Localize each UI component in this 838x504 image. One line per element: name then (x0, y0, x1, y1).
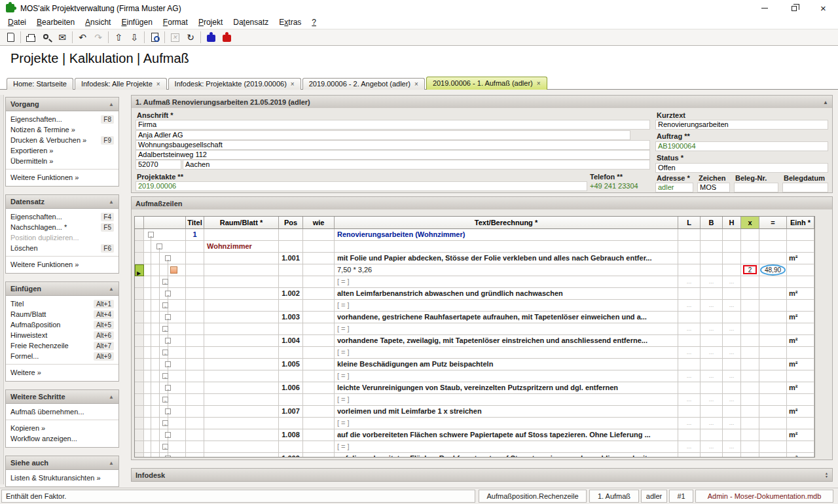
cell-wie[interactable] (303, 288, 335, 300)
cell-raum[interactable] (204, 229, 279, 241)
cell-einh[interactable]: m² (787, 288, 814, 300)
cell-b[interactable]: ... (701, 276, 723, 288)
tab[interactable]: 2019.00006 - 2. Angebot (adler)× (302, 78, 425, 90)
projektakte-field[interactable]: 2019.00006 (136, 181, 587, 191)
cell-l[interactable] (678, 288, 701, 300)
cell-titel[interactable] (186, 253, 204, 264)
tree-cell[interactable] (144, 229, 186, 241)
cell-einh[interactable] (787, 264, 814, 276)
tree-toggle-icon[interactable] (165, 361, 171, 367)
sidebar-item[interactable]: Weitere Funktionen » (6, 172, 118, 183)
sidebar-item[interactable]: Listen & Strukturansichten » (6, 473, 118, 483)
cell-titel[interactable] (186, 406, 204, 418)
cell-pos[interactable]: 1.005 (279, 359, 303, 370)
col-einh[interactable]: Einh * (787, 217, 814, 229)
cell-wie[interactable] (303, 359, 335, 370)
cell-b[interactable] (701, 453, 723, 458)
cell-pos[interactable] (279, 229, 303, 241)
cell-titel[interactable] (186, 312, 204, 323)
adresse-field[interactable]: adler (655, 183, 693, 192)
cell-x[interactable] (741, 370, 759, 382)
collapse-icon[interactable]: ▲ (109, 195, 114, 208)
cell-h[interactable] (723, 335, 741, 347)
cell-titel[interactable] (186, 441, 204, 453)
cell-wie[interactable] (303, 229, 335, 241)
cell-x[interactable] (741, 323, 759, 335)
tree-toggle-icon[interactable] (162, 302, 168, 308)
anschrift-line3-field[interactable]: Wohnungsbaugesellschaft (136, 140, 650, 150)
cell-pos[interactable] (279, 276, 303, 288)
col-titel[interactable]: Titel (186, 217, 204, 229)
menu-item[interactable]: Einfügen (116, 16, 157, 29)
cell-wie[interactable] (303, 347, 335, 359)
kurztext-field[interactable]: Renovierungsarbeiten (655, 120, 828, 130)
cell-text[interactable]: leichte Verunreinigungen von Staub, vere… (335, 382, 678, 394)
cell-x[interactable] (741, 253, 759, 264)
cell-einh[interactable]: m² (787, 429, 814, 441)
cell-text[interactable]: kleine Beschädigungen am Putz beispachte… (335, 359, 678, 370)
cell-titel[interactable] (186, 288, 204, 300)
tab[interactable]: Home: Startseite (7, 78, 73, 90)
cell-result[interactable] (759, 312, 787, 323)
table-row[interactable]: [ = ] ... ... ... (135, 276, 814, 288)
cell-pos[interactable]: 1.004 (279, 335, 303, 347)
cell-result[interactable] (759, 429, 787, 441)
cell-pos[interactable]: 1.003 (279, 312, 303, 323)
sidebar-item[interactable]: Workflow anzeigen... (6, 433, 118, 444)
cell-raum[interactable] (204, 382, 279, 394)
restore-button[interactable] (779, 0, 809, 16)
cell-x[interactable] (741, 429, 759, 441)
refresh-button[interactable]: ↻ (183, 30, 198, 45)
sidebar-item[interactable]: Notizen & Termine » (6, 124, 118, 135)
preview-document-button[interactable] (147, 30, 162, 45)
status-field[interactable]: Offen (655, 163, 828, 173)
row-selector[interactable] (135, 288, 144, 300)
cell-b[interactable] (701, 241, 723, 253)
cell-result[interactable] (759, 335, 787, 347)
move-down-button[interactable]: ⇩ (126, 30, 142, 45)
table-row[interactable]: 1.007 vorleimen und mit Leimfarbe 1 x st… (135, 406, 814, 418)
menu-item[interactable]: Datensatz (228, 16, 274, 29)
tree-toggle-icon[interactable] (165, 385, 171, 391)
cell-raum[interactable] (204, 276, 279, 288)
cell-wie[interactable] (303, 323, 335, 335)
cell-einh[interactable] (787, 441, 814, 453)
sidebar-item[interactable]: Eigenschaften...F8 (6, 114, 118, 124)
tree-cell[interactable] (144, 370, 186, 382)
cell-text[interactable]: mit Folie und Papier abdecken, Stösse de… (335, 253, 678, 264)
cell-titel[interactable]: 1 (186, 229, 204, 241)
cell-result[interactable]: 48,90 (759, 264, 787, 276)
cell-raum[interactable] (204, 312, 279, 323)
row-selector[interactable] (135, 335, 144, 347)
cell-result[interactable] (759, 406, 787, 418)
cell-einh[interactable]: m² (787, 406, 814, 418)
table-row[interactable]: 1 Renovierungsarbeiten (Wohnzimmer) (135, 229, 814, 241)
cell-einh[interactable]: m² (787, 312, 814, 323)
tree-cell[interactable] (144, 241, 186, 253)
cell-b[interactable] (701, 429, 723, 441)
cell-x[interactable] (741, 300, 759, 312)
cell-raum[interactable] (204, 453, 279, 458)
cell-x[interactable] (741, 347, 759, 359)
cell-text[interactable]: [ = ] (335, 418, 678, 429)
cell-pos[interactable] (279, 323, 303, 335)
tab[interactable]: 2019.00006 - 1. Aufmaß (adler)× (426, 77, 547, 90)
tab-close-icon[interactable]: × (291, 81, 295, 88)
cell-einh[interactable] (787, 241, 814, 253)
cell-titel[interactable] (186, 453, 204, 458)
tree-cell[interactable] (144, 323, 186, 335)
sidebar-item[interactable]: Nachschlagen... *F5 (6, 222, 118, 232)
sidebar-section-header[interactable]: Einfügen▲ (6, 282, 118, 296)
cell-text[interactable]: alten Leimfarbenanstrich abwaschen und g… (335, 288, 678, 300)
sidebar-item[interactable]: Aufmaß übernehmen... (6, 406, 118, 417)
redo-button[interactable]: ↷ (90, 30, 106, 45)
cell-wie[interactable] (303, 335, 335, 347)
cell-l[interactable]: ... (678, 370, 701, 382)
expand-collapse-icon[interactable]: ▲▼ (825, 469, 828, 481)
sidebar-section-header[interactable]: Datensatz▲ (6, 195, 118, 209)
cell-raum[interactable] (204, 253, 279, 264)
ort-field[interactable]: Aachen (183, 160, 650, 170)
cell-wie[interactable] (303, 264, 335, 276)
cell-titel[interactable] (186, 418, 204, 429)
belegnr-field[interactable] (734, 183, 778, 192)
